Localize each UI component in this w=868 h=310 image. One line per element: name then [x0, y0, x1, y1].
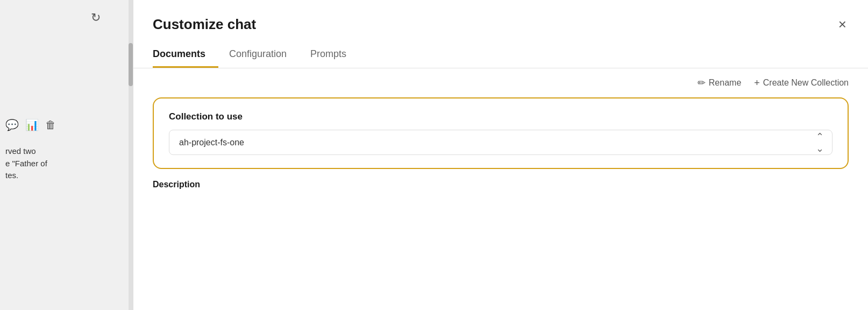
collection-select[interactable]: ah-project-fs-one ah-project-fs-two defa… [169, 130, 833, 155]
sidebar-text-line-2: e "Father of [5, 158, 127, 170]
tab-documents[interactable]: Documents [153, 44, 218, 68]
trash-icon[interactable]: 🗑 [45, 119, 56, 131]
rename-icon: ✏ [698, 77, 706, 89]
scrollbar-track [129, 0, 133, 310]
panel-title: Customize chat [153, 16, 256, 33]
description-section: Description [133, 169, 868, 189]
create-new-collection-label: Create New Collection [763, 78, 849, 88]
refresh-icon[interactable]: ↻ [91, 11, 101, 25]
sidebar-text-line-1: rved two [5, 145, 127, 158]
sidebar: ↻ 💬 📊 🗑 rved two e "Father of tes. [0, 0, 133, 310]
sidebar-text-line-3: tes. [5, 170, 127, 182]
main-panel: Customize chat × Documents Configuration… [133, 0, 868, 310]
description-label: Description [153, 180, 849, 189]
rename-button[interactable]: ✏ Rename [698, 77, 741, 89]
action-bar: ✏ Rename + Create New Collection [133, 68, 868, 93]
sidebar-text: rved two e "Father of tes. [0, 145, 133, 182]
collection-label: Collection to use [169, 111, 833, 122]
plus-icon: + [754, 78, 760, 89]
rename-label: Rename [709, 78, 741, 88]
create-new-collection-button[interactable]: + Create New Collection [754, 78, 849, 89]
chart-icon[interactable]: 📊 [25, 118, 39, 131]
tab-configuration[interactable]: Configuration [229, 44, 300, 68]
chat-icon[interactable]: 💬 [5, 118, 19, 131]
collection-select-wrapper: ah-project-fs-one ah-project-fs-two defa… [169, 130, 833, 155]
panel-header: Customize chat × [133, 0, 868, 33]
close-button[interactable]: × [836, 15, 849, 33]
collection-box: Collection to use ah-project-fs-one ah-p… [153, 97, 849, 169]
collection-section: Collection to use ah-project-fs-one ah-p… [133, 93, 868, 169]
sidebar-icons-row: 💬 📊 🗑 [0, 118, 133, 131]
tabs-row: Documents Configuration Prompts [133, 33, 868, 68]
tab-prompts[interactable]: Prompts [310, 44, 359, 68]
scrollbar-thumb[interactable] [129, 43, 133, 86]
